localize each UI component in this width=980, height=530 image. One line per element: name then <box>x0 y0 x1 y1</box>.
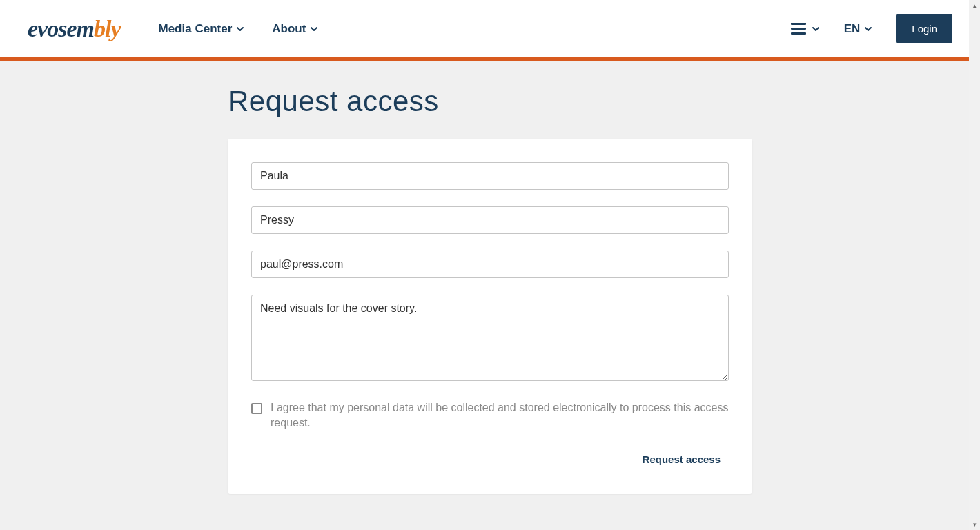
request-access-button[interactable]: Request access <box>634 448 729 471</box>
chevron-down-icon <box>812 25 820 33</box>
primary-nav: Media Center About <box>159 22 319 36</box>
chevron-down-icon <box>864 25 872 33</box>
login-button[interactable]: Login <box>896 14 952 43</box>
brand-part1: evosem <box>28 16 94 41</box>
email-field[interactable] <box>251 251 729 278</box>
consent-checkbox[interactable] <box>251 403 262 414</box>
consent-row: I agree that my personal data will be co… <box>251 400 729 431</box>
chevron-down-icon <box>310 25 318 33</box>
brand-part2: bly <box>94 16 121 41</box>
message-field[interactable] <box>251 295 729 381</box>
brand-logo[interactable]: evosembly <box>28 16 121 42</box>
menu-toggle[interactable] <box>791 23 820 35</box>
nav-media-center-label: Media Center <box>159 22 233 36</box>
scroll-up-icon[interactable]: ▴ <box>969 0 980 11</box>
language-label: EN <box>844 22 861 36</box>
lastname-field[interactable] <box>251 206 729 234</box>
main-header: evosembly Media Center About EN <box>0 0 980 61</box>
language-selector[interactable]: EN <box>844 22 873 36</box>
request-form-card: I agree that my personal data will be co… <box>228 139 752 494</box>
consent-label: I agree that my personal data will be co… <box>271 400 729 431</box>
page-title: Request access <box>228 85 752 118</box>
nav-about[interactable]: About <box>272 22 318 36</box>
secondary-nav: EN Login <box>791 14 952 43</box>
nav-about-label: About <box>272 22 306 36</box>
chevron-down-icon <box>236 25 244 33</box>
scrollbar-track[interactable]: ▴ ▾ <box>969 0 980 530</box>
hamburger-icon <box>791 23 806 35</box>
nav-media-center[interactable]: Media Center <box>159 22 245 36</box>
firstname-field[interactable] <box>251 162 729 190</box>
main-content: Request access I agree that my personal … <box>0 61 980 530</box>
scroll-down-icon[interactable]: ▾ <box>969 519 980 530</box>
